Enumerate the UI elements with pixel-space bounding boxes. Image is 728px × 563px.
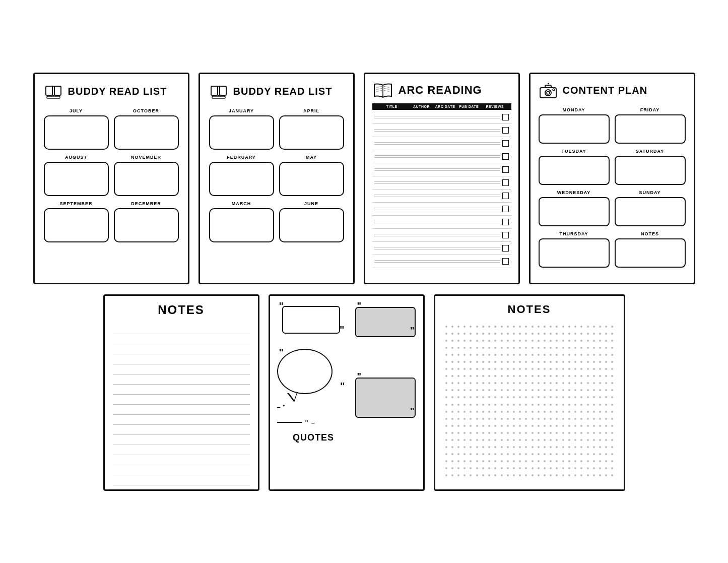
dot — [568, 467, 570, 469]
arc-checkbox[interactable] — [502, 258, 509, 265]
dot — [580, 347, 582, 349]
arc-checkbox[interactable] — [502, 193, 509, 199]
dot — [605, 361, 607, 363]
dot — [445, 368, 447, 370]
arc-checkbox[interactable] — [502, 140, 509, 147]
month-december: DECEMBER — [131, 201, 161, 206]
table-row — [372, 150, 511, 163]
dot — [562, 425, 564, 427]
dot — [580, 404, 582, 406]
dot — [593, 396, 595, 398]
dot — [488, 404, 490, 406]
dot — [445, 460, 447, 462]
dot — [451, 354, 453, 356]
dot — [605, 340, 607, 342]
dot — [562, 326, 564, 328]
main-container: BUDDY READ LIST JULY OCTOBER AUGUST NOVE… — [18, 57, 710, 506]
dot — [457, 382, 459, 384]
dot — [501, 340, 503, 342]
dot — [562, 467, 564, 469]
dot — [580, 446, 582, 448]
dot — [476, 354, 478, 356]
arc-checkbox[interactable] — [502, 166, 509, 173]
dot — [538, 411, 540, 413]
dot — [574, 453, 576, 455]
arc-checkbox[interactable] — [502, 127, 509, 134]
dot — [593, 333, 595, 335]
dot — [457, 347, 459, 349]
arc-checkbox[interactable] — [502, 114, 509, 120]
dot — [507, 439, 509, 441]
dot — [611, 439, 613, 441]
dot — [519, 326, 521, 328]
col-author: AUTHOR — [410, 105, 433, 108]
dot — [550, 453, 552, 455]
dot — [556, 418, 558, 420]
dot — [507, 368, 509, 370]
dot — [525, 418, 527, 420]
cp-cell-friday: FRIDAY — [615, 107, 686, 144]
dot — [513, 460, 515, 462]
svg-rect-6 — [220, 86, 226, 95]
arc-checkbox[interactable] — [502, 179, 509, 186]
dot — [568, 368, 570, 370]
arc-checkbox[interactable] — [502, 219, 509, 225]
dot — [538, 425, 540, 427]
dot — [488, 396, 490, 398]
dot — [550, 411, 552, 413]
notes-lines-container — [113, 324, 250, 491]
dot — [488, 474, 490, 476]
arc-checkbox[interactable] — [502, 245, 509, 252]
dot — [501, 432, 503, 434]
dot — [605, 333, 607, 335]
dot — [587, 326, 589, 328]
notes-line — [113, 485, 250, 491]
dot — [482, 460, 484, 462]
dot — [538, 389, 540, 391]
cp-sunday: SUNDAY — [639, 190, 660, 195]
dot — [605, 382, 607, 384]
dot — [580, 460, 582, 462]
month-may: MAY — [306, 155, 317, 160]
dot — [580, 396, 582, 398]
notes-line — [113, 324, 250, 334]
dot — [587, 396, 589, 398]
svg-line-12 — [376, 89, 382, 89]
dot — [532, 340, 534, 342]
arc-checkbox[interactable] — [502, 232, 509, 238]
dot — [587, 425, 589, 427]
dot — [599, 361, 601, 363]
dot — [470, 361, 472, 363]
dot — [587, 460, 589, 462]
dot — [599, 375, 601, 377]
dot — [482, 333, 484, 335]
dot — [494, 460, 496, 462]
dot — [451, 425, 453, 427]
dot — [556, 439, 558, 441]
col-arc-date: ARC DATE — [433, 105, 457, 108]
month-october: OCTOBER — [133, 108, 159, 113]
dot — [532, 418, 534, 420]
dot — [580, 389, 582, 391]
dot — [488, 361, 490, 363]
dot — [599, 425, 601, 427]
arc-checkbox[interactable] — [502, 206, 509, 212]
dot — [562, 333, 564, 335]
buddy-box-february — [209, 162, 274, 196]
content-plan-title: CONTENT PLAN — [563, 85, 648, 96]
dot — [550, 333, 552, 335]
dot — [525, 361, 527, 363]
dash-symbol: – — [277, 403, 281, 411]
dot — [488, 446, 490, 448]
dot — [519, 333, 521, 335]
card2-month-grid: JANUARY APRIL FEBRUARY MAY MARCH — [209, 108, 344, 242]
dot — [501, 467, 503, 469]
dot — [580, 382, 582, 384]
bottom-row: NOTES — [33, 294, 695, 491]
dot — [550, 354, 552, 356]
dot — [611, 446, 613, 448]
dot — [532, 326, 534, 328]
arc-checkbox[interactable] — [502, 153, 509, 160]
dot — [605, 439, 607, 441]
dot — [445, 453, 447, 455]
